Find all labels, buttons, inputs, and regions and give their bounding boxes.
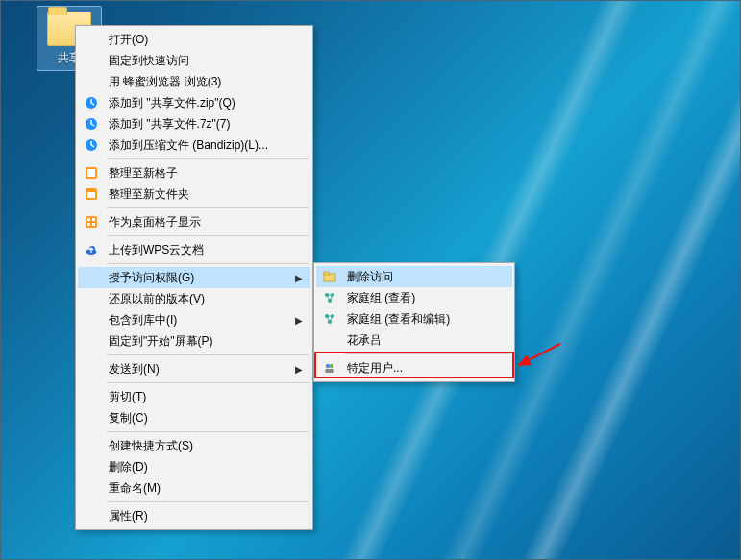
menu-pin-quick-access[interactable]: 固定到快速访问	[78, 50, 310, 71]
svg-line-25	[519, 344, 560, 365]
submenu-arrow-icon: ▶	[295, 364, 303, 375]
submenu-homegroup-view-label: 家庭组 (查看)	[347, 290, 415, 306]
menu-separator	[107, 501, 309, 502]
menu-separator	[107, 354, 309, 355]
submenu-arrow-icon: ▶	[295, 273, 303, 283]
menu-include-in-library[interactable]: 包含到库中(I) ▶	[78, 309, 310, 330]
svg-rect-4	[87, 169, 95, 177]
users-icon	[322, 360, 337, 376]
menu-show-as-grid[interactable]: 作为桌面格子显示	[78, 211, 310, 232]
menu-cut[interactable]: 剪切(T)	[78, 386, 310, 407]
fences-icon	[84, 165, 99, 181]
menu-delete[interactable]: 删除(D)	[78, 456, 310, 477]
context-menu: 打开(O) 固定到快速访问 用 蜂蜜浏览器 浏览(3) 添加到 "共享文件.zi…	[75, 25, 313, 530]
menu-browse-with[interactable]: 用 蜂蜜浏览器 浏览(3)	[78, 71, 310, 92]
menu-create-shortcut-label: 创建快捷方式(S)	[109, 438, 193, 454]
menu-separator	[107, 263, 309, 264]
menu-copy-label: 复制(C)	[109, 410, 148, 426]
svg-rect-8	[87, 218, 90, 221]
submenu-homegroup-view[interactable]: 家庭组 (查看)	[316, 287, 512, 308]
menu-show-as-grid-label: 作为桌面格子显示	[109, 214, 201, 231]
network-icon	[322, 311, 337, 327]
submenu-remove-access-label: 删除访问	[347, 269, 393, 285]
menu-properties[interactable]: 属性(R)	[78, 505, 310, 526]
fences-folder-icon	[84, 186, 99, 202]
submenu-remove-access[interactable]: 删除访问	[316, 266, 512, 287]
network-icon	[322, 290, 337, 305]
menu-restore-versions[interactable]: 还原以前的版本(V)	[78, 288, 310, 309]
submenu-homegroup-edit[interactable]: 家庭组 (查看和编辑)	[316, 308, 512, 329]
menu-cut-label: 剪切(T)	[109, 389, 146, 405]
menu-delete-label: 删除(D)	[109, 459, 148, 475]
archive-icon	[84, 137, 99, 153]
menu-upload-wps[interactable]: 上传到WPS云文档	[78, 239, 310, 260]
svg-rect-7	[86, 216, 97, 228]
menu-tidy-folder-label: 整理至新文件夹	[109, 186, 189, 203]
svg-rect-10	[87, 223, 90, 226]
svg-rect-15	[324, 272, 329, 275]
menu-send-to[interactable]: 发送到(N) ▶	[78, 358, 310, 379]
fences-grid-icon	[84, 214, 99, 230]
grant-access-submenu: 删除访问 家庭组 (查看) 家庭组 (查看和编辑) 花承吕 特定用户...	[313, 262, 515, 382]
menu-tidy-grid-label: 整理至新格子	[109, 165, 178, 182]
submenu-user-huachenglv[interactable]: 花承吕	[316, 329, 512, 351]
menu-add-bandizip[interactable]: 添加到压缩文件 (Bandizip)(L)...	[78, 134, 310, 156]
svg-rect-6	[87, 192, 95, 198]
svg-point-23	[330, 364, 333, 368]
menu-separator	[345, 353, 510, 354]
menu-create-shortcut[interactable]: 创建快捷方式(S)	[78, 435, 310, 456]
svg-point-22	[326, 364, 330, 368]
menu-open-label: 打开(O)	[109, 32, 148, 48]
menu-pin-start-label: 固定到"开始"屏幕(P)	[109, 333, 213, 350]
submenu-specific-users-label: 特定用户...	[347, 360, 403, 377]
svg-rect-24	[325, 369, 334, 373]
menu-add-zip-label: 添加到 "共享文件.zip"(Q)	[109, 95, 235, 111]
menu-pin-quick-access-label: 固定到快速访问	[109, 53, 189, 69]
menu-grant-access-label: 授予访问权限(G)	[109, 270, 194, 286]
menu-separator	[107, 431, 309, 432]
menu-add-bandizip-label: 添加到压缩文件 (Bandizip)(L)...	[109, 137, 268, 154]
menu-grant-access[interactable]: 授予访问权限(G) ▶	[78, 267, 310, 288]
submenu-specific-users[interactable]: 特定用户...	[316, 357, 512, 378]
archive-icon	[84, 95, 99, 110]
menu-restore-versions-label: 还原以前的版本(V)	[109, 291, 205, 307]
menu-add-7z[interactable]: 添加到 "共享文件.7z"(7)	[78, 113, 310, 134]
submenu-homegroup-edit-label: 家庭组 (查看和编辑)	[347, 311, 450, 328]
menu-open[interactable]: 打开(O)	[78, 29, 310, 50]
menu-rename[interactable]: 重命名(M)	[78, 477, 310, 499]
menu-send-to-label: 发送到(N)	[109, 361, 160, 377]
menu-pin-start[interactable]: 固定到"开始"屏幕(P)	[78, 330, 310, 352]
svg-rect-9	[92, 218, 95, 221]
archive-icon	[84, 116, 99, 132]
wps-cloud-icon	[84, 242, 99, 257]
menu-separator	[107, 235, 309, 236]
menu-tidy-folder[interactable]: 整理至新文件夹	[78, 183, 310, 205]
svg-rect-11	[92, 223, 95, 226]
share-folder-icon	[322, 269, 337, 284]
menu-separator	[107, 207, 309, 208]
menu-browse-with-label: 用 蜂蜜浏览器 浏览(3)	[109, 74, 221, 90]
submenu-user-huachenglv-label: 花承吕	[347, 332, 382, 349]
menu-separator	[107, 158, 309, 159]
menu-include-in-library-label: 包含到库中(I)	[109, 312, 177, 329]
submenu-arrow-icon: ▶	[295, 315, 303, 326]
menu-rename-label: 重命名(M)	[109, 480, 161, 497]
menu-tidy-grid[interactable]: 整理至新格子	[78, 162, 310, 183]
menu-separator	[107, 382, 309, 383]
menu-properties-label: 属性(R)	[109, 508, 148, 524]
menu-add-zip[interactable]: 添加到 "共享文件.zip"(Q)	[78, 92, 310, 113]
menu-copy[interactable]: 复制(C)	[78, 407, 310, 428]
menu-add-7z-label: 添加到 "共享文件.7z"(7)	[109, 116, 231, 133]
menu-upload-wps-label: 上传到WPS云文档	[109, 242, 204, 258]
